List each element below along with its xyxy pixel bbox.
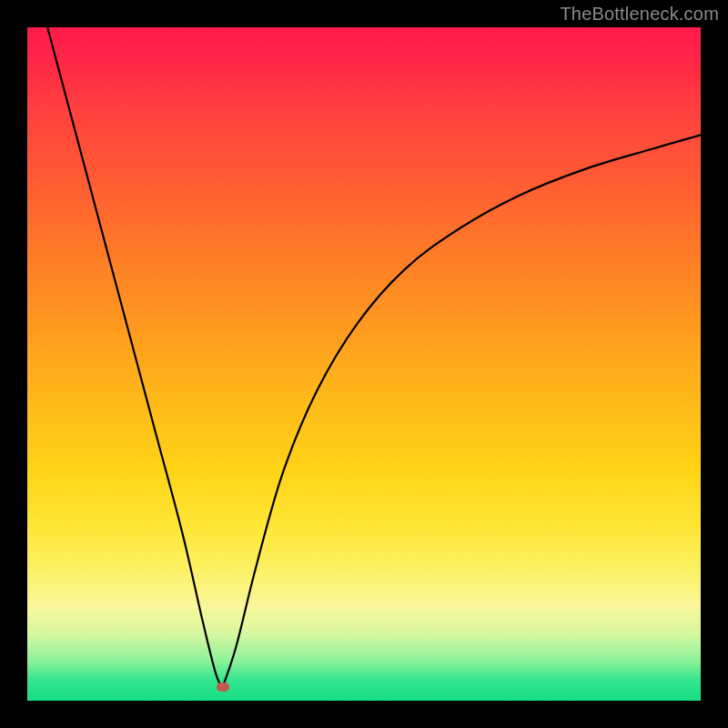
plot-area [27,27,701,701]
curve-layer [27,27,701,701]
watermark-text: TheBottleneck.com [560,4,719,25]
right-branch-path [223,135,701,687]
chart-frame: TheBottleneck.com [0,0,728,728]
minimum-marker [217,682,229,692]
left-branch-path [47,27,222,687]
